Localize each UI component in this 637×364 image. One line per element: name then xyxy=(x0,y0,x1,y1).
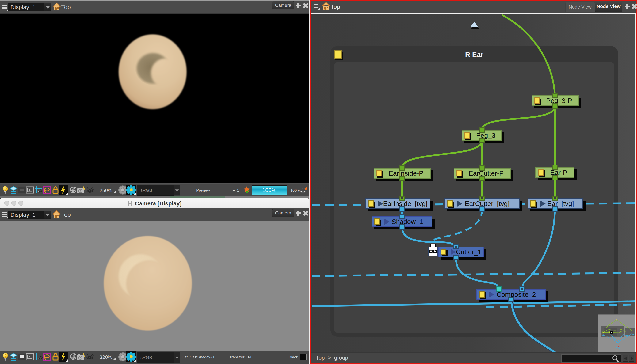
flash-icon[interactable] xyxy=(58,352,68,362)
wire-0[interactable] xyxy=(502,15,555,95)
eye-lashes-icon[interactable] xyxy=(86,353,94,361)
zoom-handle-icon[interactable] xyxy=(112,356,116,360)
home-icon[interactable] xyxy=(322,2,330,10)
rect-light-icon[interactable] xyxy=(18,353,26,361)
node-graph-canvas[interactable]: R Ear Peg_3-PPeg_3EarInside-PEarCutter-P… xyxy=(311,14,636,352)
crosshair-eye-icon[interactable] xyxy=(34,186,42,195)
node-color-swatch[interactable] xyxy=(447,200,453,207)
flower-blue-icon[interactable] xyxy=(126,185,136,196)
wire-12[interactable] xyxy=(522,209,555,289)
port-top-cyan-ring[interactable] xyxy=(453,244,459,249)
port-bottom-cyan[interactable] xyxy=(479,206,485,212)
node-color-swatch[interactable] xyxy=(376,170,382,176)
reset-view-icon[interactable] xyxy=(68,186,77,195)
safe-area-icon[interactable] xyxy=(26,353,34,361)
port-bottom-cyan[interactable] xyxy=(453,254,459,260)
color-space-select[interactable]: sRGB xyxy=(137,185,174,196)
node-search-box[interactable] xyxy=(561,354,621,363)
wire-3[interactable] xyxy=(482,141,482,168)
node-play-icon[interactable] xyxy=(489,292,494,298)
canvas-scrollbar[interactable] xyxy=(635,14,636,352)
node-play-icon[interactable] xyxy=(540,200,546,207)
zoom-handle-icon[interactable] xyxy=(112,190,116,194)
matte-swatch[interactable] xyxy=(428,246,438,256)
eye-star-icon[interactable] xyxy=(300,186,308,194)
rect-dark-icon[interactable] xyxy=(18,186,26,194)
node-color-swatch[interactable] xyxy=(538,169,544,176)
matte-port[interactable] xyxy=(430,244,436,247)
color-space-select[interactable]: sRGB xyxy=(137,352,174,363)
port-bottom-green[interactable] xyxy=(552,175,558,180)
port-top-green-ring[interactable] xyxy=(399,196,405,201)
node-play-icon[interactable] xyxy=(378,200,383,207)
node-color-swatch[interactable] xyxy=(530,200,536,207)
port-top-green[interactable] xyxy=(399,165,405,170)
wire-10[interactable] xyxy=(433,209,482,244)
display-select[interactable]: Display_1 xyxy=(8,3,44,12)
breadcrumb[interactable]: Top > group xyxy=(316,355,348,361)
port-top-green[interactable] xyxy=(552,164,558,170)
port-top-teal[interactable] xyxy=(496,286,502,292)
wire-1[interactable] xyxy=(482,106,555,130)
port-bottom-cyan[interactable] xyxy=(399,206,405,212)
camera-viewport-top[interactable] xyxy=(0,14,310,183)
node-color-swatch[interactable] xyxy=(534,98,540,104)
search-prev-button[interactable] xyxy=(622,355,628,362)
node-color-swatch[interactable] xyxy=(374,218,380,225)
lasso-icon[interactable] xyxy=(43,186,51,195)
port-top-cyan-ring[interactable] xyxy=(519,286,525,292)
port-top-green[interactable] xyxy=(479,128,484,133)
layers-icon[interactable] xyxy=(10,353,17,362)
node-play-icon[interactable] xyxy=(450,249,456,255)
eye-lashes-icon[interactable] xyxy=(86,186,94,194)
port-bottom-green[interactable] xyxy=(399,176,405,181)
node-color-swatch[interactable] xyxy=(456,170,462,176)
star-check-icon[interactable] xyxy=(243,186,251,194)
zoom-level-label[interactable]: 250% xyxy=(100,188,112,194)
port-top-green[interactable] xyxy=(552,93,558,98)
lock-icon[interactable] xyxy=(52,353,59,362)
port-bottom-cyan[interactable] xyxy=(399,224,405,230)
color-space-select-arrow[interactable] xyxy=(174,185,180,196)
close-view-icon[interactable] xyxy=(632,4,636,9)
port-top-green-ring[interactable] xyxy=(552,196,558,201)
node-color-swatch[interactable] xyxy=(464,132,470,139)
panel-menu-icon[interactable] xyxy=(2,212,7,218)
display-select-arrow[interactable] xyxy=(44,3,51,12)
flower-blue-icon[interactable] xyxy=(126,352,136,363)
port-top-green-ring[interactable] xyxy=(479,196,485,201)
port-bottom-cyan[interactable] xyxy=(508,297,514,302)
zoom-level-label[interactable]: 320% xyxy=(100,354,112,360)
flash-icon[interactable] xyxy=(58,185,68,196)
close-view-icon[interactable] xyxy=(303,3,308,8)
minimap[interactable] xyxy=(598,314,635,352)
tab-camera-top[interactable]: Camera xyxy=(272,1,294,10)
search-next-button[interactable] xyxy=(629,355,634,362)
camera-star-icon[interactable] xyxy=(76,186,86,195)
cable-guide-3[interactable] xyxy=(486,304,636,307)
bulb-icon[interactable] xyxy=(2,352,9,362)
tab-node-view-1[interactable]: Node View xyxy=(565,2,595,12)
lock-icon[interactable] xyxy=(52,186,59,195)
color-swatch[interactable] xyxy=(300,354,306,360)
node-body[interactable]: EarInside [tvg] xyxy=(365,198,430,209)
cable-guide-1[interactable] xyxy=(312,273,636,276)
close-view-icon[interactable] xyxy=(303,211,308,216)
node-body[interactable]: Cutter_1 xyxy=(438,246,484,257)
node-color-swatch[interactable] xyxy=(440,249,446,255)
node-cutter-1[interactable]: Cutter_1 xyxy=(438,246,484,257)
panel-menu-icon[interactable] xyxy=(314,4,318,9)
node-play-icon[interactable] xyxy=(384,219,390,225)
wire-4[interactable] xyxy=(402,141,482,168)
tab-camera-bottom[interactable]: Camera xyxy=(272,209,294,217)
panel-menu-icon[interactable] xyxy=(2,4,7,10)
reset-view-icon[interactable] xyxy=(68,353,77,362)
wire-9[interactable] xyxy=(402,227,456,248)
node-earinside-tvg[interactable]: EarInside [tvg] xyxy=(365,198,430,209)
port-bottom-green[interactable] xyxy=(479,138,484,144)
port-bottom-cyan[interactable] xyxy=(552,206,558,212)
node-color-swatch[interactable] xyxy=(479,291,485,298)
node-play-icon[interactable] xyxy=(457,200,462,207)
display-select-arrow[interactable] xyxy=(44,211,51,219)
camera-star-icon[interactable] xyxy=(76,352,86,362)
